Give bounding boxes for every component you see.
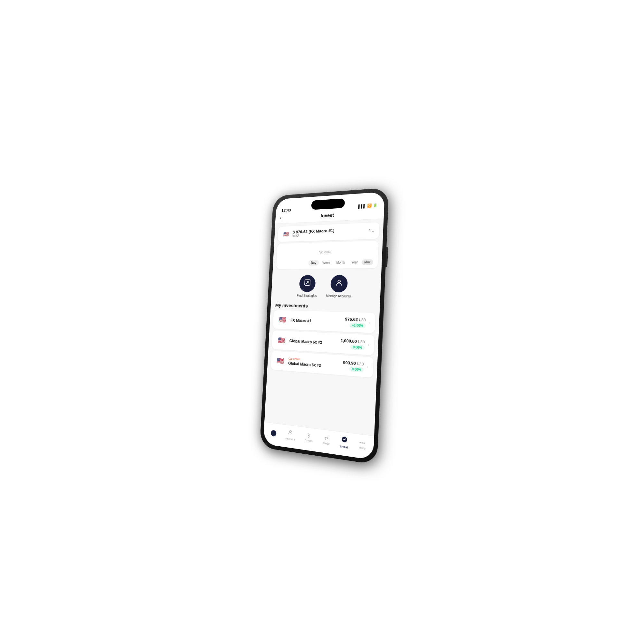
- trade-nav-icon: ⇄: [324, 434, 329, 441]
- svg-point-3: [342, 436, 347, 443]
- nav-item-crypto[interactable]: ₿ Crypto: [302, 431, 316, 444]
- filter-month-button[interactable]: Month: [334, 260, 347, 265]
- filter-max-button[interactable]: Max: [362, 259, 373, 265]
- investment-flag-2: 🇺🇸: [276, 334, 287, 346]
- investment-info-3: Cancelled Global Macro 6x #2: [288, 357, 340, 370]
- signal-icon: ▌▌▌: [358, 204, 366, 208]
- selector-arrow-icon: ⌃⌄: [367, 228, 375, 233]
- more-nav-label: More: [359, 446, 366, 450]
- investment-item-1[interactable]: 🇺🇸 FX Macro #1 976.62 USD +1.00%: [273, 310, 375, 333]
- actions-row: Find Strategies: [271, 270, 382, 303]
- investment-chevron-1: ›: [369, 320, 371, 325]
- back-button[interactable]: ‹: [280, 214, 282, 221]
- account-row: 🇺🇸 $ 976.62 [FX Macro #1] #S53: [282, 226, 375, 239]
- screen-content[interactable]: 🇺🇸 $ 976.62 [FX Macro #1] #S53 ⌃⌄ No dat…: [264, 219, 384, 436]
- nav-item-logo[interactable]: ⬤: [268, 427, 279, 438]
- svg-point-2: [289, 430, 291, 432]
- manage-accounts-action[interactable]: Manage Accounts: [326, 275, 352, 298]
- scene: 12:43 ▌▌▌ 🛜 🔋 ‹ Invest: [0, 0, 644, 644]
- nav-item-trade[interactable]: ⇄ Trade: [320, 433, 333, 447]
- investment-name-1: FX Macro #1: [290, 318, 311, 323]
- phone-shell: 12:43 ▌▌▌ 🛜 🔋 ‹ Invest: [260, 187, 389, 465]
- screen-bezel: 12:43 ▌▌▌ 🛜 🔋 ‹ Invest: [263, 192, 385, 460]
- time-filters: Day Week Month Year Max: [280, 259, 373, 266]
- investment-name-2: Global Macro 6x #3: [289, 339, 322, 345]
- nav-item-more[interactable]: ••• More: [356, 438, 368, 452]
- nav-item-invest[interactable]: Invest: [337, 434, 351, 451]
- filter-day-button[interactable]: Day: [308, 260, 319, 266]
- investment-amount-3: 993.90 USD: [343, 360, 364, 366]
- filter-year-button[interactable]: Year: [349, 260, 361, 265]
- manage-accounts-circle: [330, 275, 348, 293]
- invest-nav-icon: [341, 436, 348, 445]
- account-flag: 🇺🇸: [282, 229, 291, 239]
- trade-nav-label: Trade: [322, 441, 330, 445]
- chart-area: No data. Day Week Month Year Max: [276, 241, 379, 269]
- investment-flag-1: 🇺🇸: [277, 314, 288, 326]
- side-button: [385, 247, 388, 267]
- account-nav-label: Account: [285, 437, 295, 441]
- account-info: $ 976.62 [FX Macro #1] #S53: [292, 228, 334, 238]
- crypto-nav-icon: ₿: [308, 433, 310, 439]
- svg-point-1: [338, 280, 340, 283]
- investment-values-3: 993.90 USD 0.00%: [343, 360, 364, 373]
- investment-chevron-2: ›: [368, 343, 370, 347]
- find-strategies-action[interactable]: Find Strategies: [297, 275, 318, 298]
- investment-change-1: +1.00%: [349, 323, 366, 328]
- wifi-icon: 🛜: [367, 204, 372, 208]
- bottom-nav: ⬤ Account ₿ Crypto: [263, 422, 374, 460]
- status-icons: ▌▌▌ 🛜 🔋: [358, 203, 378, 208]
- investment-info-2: Global Macro 6x #3: [289, 338, 337, 346]
- investment-amount-2: 1,000.00 USD: [341, 338, 365, 344]
- logo-icon: ⬤: [270, 429, 277, 437]
- account-nav-icon: [288, 429, 293, 437]
- invest-nav-label: Invest: [340, 445, 348, 449]
- investment-name-3: Global Macro 6x #2: [288, 361, 321, 368]
- investment-amount-1: 976.62 USD: [345, 317, 366, 322]
- status-time: 12:43: [281, 208, 291, 213]
- account-selector-card[interactable]: 🇺🇸 $ 976.62 [FX Macro #1] #S53 ⌃⌄: [278, 222, 380, 242]
- find-strategies-label: Find Strategies: [297, 294, 317, 298]
- investment-change-3: 0.00%: [349, 366, 364, 372]
- phone-wrapper: 12:43 ▌▌▌ 🛜 🔋 ‹ Invest: [260, 187, 389, 465]
- find-strategies-circle: [299, 275, 316, 292]
- battery-icon: 🔋: [373, 203, 378, 207]
- filter-week-button[interactable]: Week: [320, 260, 333, 265]
- investment-flag-3: 🇺🇸: [275, 355, 286, 367]
- manage-accounts-label: Manage Accounts: [326, 294, 351, 298]
- find-strategies-icon: [304, 279, 311, 288]
- investment-values-1: 976.62 USD +1.00%: [345, 317, 366, 328]
- dynamic-island: [311, 198, 345, 210]
- more-nav-icon: •••: [359, 440, 365, 446]
- phone-screen: 12:43 ▌▌▌ 🛜 🔋 ‹ Invest: [263, 192, 385, 460]
- investment-info-1: FX Macro #1: [290, 317, 342, 325]
- manage-accounts-icon: [335, 279, 343, 289]
- investment-values-2: 1,000.00 USD 0.00%: [340, 338, 365, 350]
- nav-title: Invest: [321, 212, 334, 218]
- nav-item-account[interactable]: Account: [283, 427, 298, 443]
- investment-chevron-3: ›: [367, 365, 369, 370]
- investment-change-2: 0.00%: [350, 344, 365, 350]
- no-data-text: No data.: [280, 244, 374, 260]
- crypto-nav-label: Crypto: [305, 439, 313, 443]
